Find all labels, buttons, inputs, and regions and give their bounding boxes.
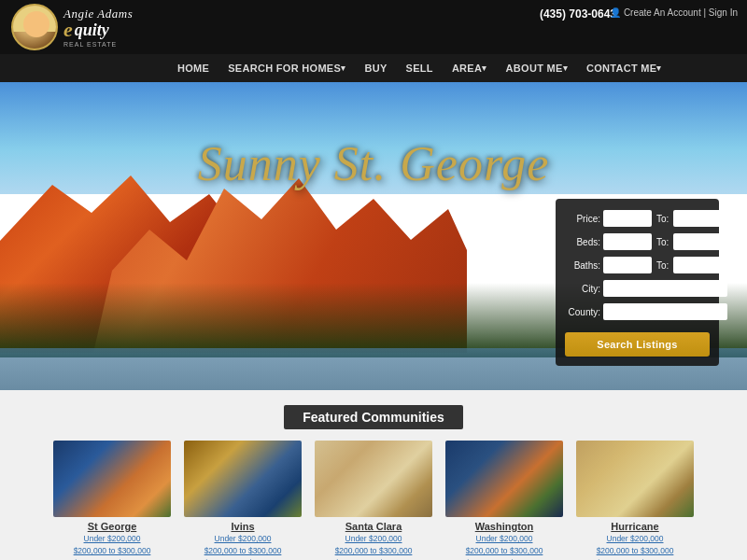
nav-about[interactable]: ABOUT ME [497,54,577,82]
beds-row: Beds: To: [565,233,710,250]
community-stgeorge: St George Under $200,000 $200,000 to $30… [50,441,174,560]
ivins-link-2[interactable]: $200,000 to $300,000 [204,545,282,557]
price-from-input[interactable] [603,210,652,227]
nav-area[interactable]: AREA [443,54,497,82]
person-icon: 👤 [610,7,624,18]
baths-to-input[interactable] [673,257,722,273]
nav-search-homes[interactable]: SEARCH FOR HOMES [218,54,355,82]
header-phone: (435) 703-0643 [540,7,616,21]
hurricane-img-bg [576,441,694,517]
washington-name[interactable]: Washington [475,521,534,532]
price-to-input[interactable] [673,210,722,227]
county-label: County: [565,307,600,317]
logo-realestate: Real Estate [63,41,133,48]
featured-title: Featured Communities [284,405,463,429]
nav-home[interactable]: HOME [168,54,218,82]
community-ivins: Ivins Under $200,000 $200,000 to $300,00… [181,441,304,560]
ivins-links: Under $200,000 $200,000 to $300,000 $300… [204,533,282,560]
stgeorge-link-1[interactable]: Under $200,000 [84,533,141,545]
community-washington: Washington Under $200,000 $200,000 to $3… [443,441,566,560]
santaclara-link-3[interactable]: $300,000 to $400,000 [335,557,413,561]
stgeorge-img-bg [53,441,171,517]
price-row: Price: To: [565,210,710,227]
stgeorge-link-3[interactable]: $300,000 to $400,000 [74,557,151,561]
hero-section: Sunny St. George Price: To: Beds: To: Ba… [0,82,747,390]
baths-to-label: To: [656,260,669,271]
avatar [11,4,58,50]
santaclara-link-2[interactable]: $200,000 to $300,000 [335,545,413,557]
account-link[interactable]: Create An Account | Sign In [624,7,738,18]
nav-buy[interactable]: BUY [355,54,396,82]
nav: HOME SEARCH FOR HOMES BUY SELL AREA ABOU… [0,54,747,82]
ivins-link-1[interactable]: Under $200,000 [215,533,272,545]
santaclara-img-bg [315,441,432,517]
hurricane-link-1[interactable]: Under $200,000 [607,533,664,545]
agent-name: Angie Adams [63,7,133,20]
beds-to-label: To: [656,237,669,247]
ivins-image[interactable] [184,441,302,517]
featured-section: Featured Communities St George Under $20… [0,390,747,560]
hurricane-links: Under $200,000 $200,000 to $300,000 $300… [597,533,674,560]
santaclara-link-1[interactable]: Under $200,000 [345,533,402,545]
price-label: Price: [565,214,600,224]
search-panel: Price: To: Beds: To: Baths: To: City: Co… [556,199,719,366]
washington-link-3[interactable]: $300,000 to $400,000 [466,557,543,561]
baths-label: Baths: [565,260,600,271]
washington-link-2[interactable]: $200,000 to $300,000 [466,545,543,557]
beds-from-input[interactable] [603,233,652,250]
washington-image[interactable] [445,441,563,517]
logo-equity: e quity [63,20,133,40]
city-row: City: [565,280,710,297]
price-to-label: To: [656,214,669,224]
county-input[interactable] [603,303,727,320]
washington-links: Under $200,000 $200,000 to $300,000 $300… [466,533,543,560]
logo-e-letter: e [63,20,73,40]
city-input[interactable] [603,280,727,297]
stgeorge-links: Under $200,000 $200,000 to $300,000 $300… [74,533,151,560]
stgeorge-name[interactable]: St George [88,521,137,532]
nav-contact[interactable]: CONTACT ME [577,54,671,82]
baths-from-input[interactable] [603,257,652,273]
city-label: City: [565,284,600,294]
header: Angie Adams e quity Real Estate (435) 70… [0,0,747,54]
hero-title: Sunny St. George [0,136,747,191]
santaclara-links: Under $200,000 $200,000 to $300,000 $300… [335,533,413,560]
featured-header: Featured Communities [19,405,728,429]
community-santaclara: Santa Clara Under $200,000 $200,000 to $… [312,441,435,560]
avatar-face [23,11,49,37]
search-button[interactable]: Search Listings [565,332,710,357]
logo-text: Angie Adams e quity Real Estate [63,7,133,48]
community-hurricane: Hurricane Under $200,000 $200,000 to $30… [573,441,697,560]
stgeorge-image[interactable] [53,441,171,517]
header-account[interactable]: 👤 Create An Account | Sign In [610,7,738,18]
hurricane-name[interactable]: Hurricane [611,521,658,532]
washington-link-1[interactable]: Under $200,000 [476,533,533,545]
beds-to-input[interactable] [673,233,722,250]
hurricane-image[interactable] [576,441,694,517]
baths-row: Baths: To: [565,257,710,273]
santaclara-name[interactable]: Santa Clara [345,521,402,532]
ivins-link-3[interactable]: $300,000 to $400,000 [204,557,282,561]
beds-label: Beds: [565,237,600,247]
communities-grid: St George Under $200,000 $200,000 to $30… [19,441,728,560]
logo-area: Angie Adams e quity Real Estate [11,4,133,50]
ivins-img-bg [184,441,302,517]
nav-sell[interactable]: SELL [397,54,443,82]
hurricane-link-3[interactable]: $300,000 to $400,000 [597,557,674,561]
santaclara-image[interactable] [315,441,432,517]
ivins-name[interactable]: Ivins [231,521,254,532]
logo-quity-text: quity [75,21,109,38]
washington-img-bg [445,441,563,517]
county-row: County: [565,303,710,320]
stgeorge-link-2[interactable]: $200,000 to $300,000 [74,545,151,557]
hurricane-link-2[interactable]: $200,000 to $300,000 [597,545,674,557]
